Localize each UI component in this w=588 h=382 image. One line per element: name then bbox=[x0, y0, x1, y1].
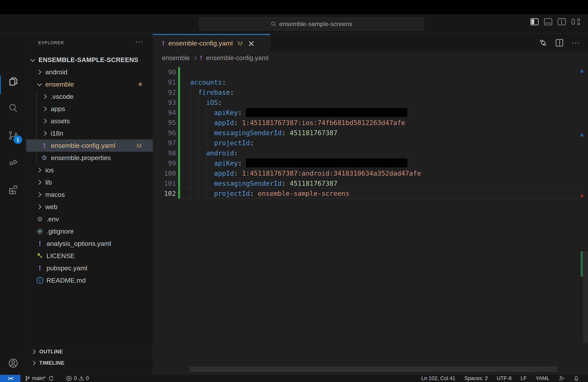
code-line-95[interactable]: 95 appId: 1:451181767387:ios:74fb681bd58… bbox=[153, 118, 588, 128]
tree-item-i18n[interactable]: i18n bbox=[26, 127, 153, 139]
code-line-100[interactable]: 100 appId: 1:451181767387:android:341831… bbox=[153, 168, 588, 178]
tree-item-apps[interactable]: apps bbox=[26, 103, 153, 115]
sidebar-item-source-control[interactable]: 1 bbox=[0, 126, 26, 145]
git-added-gutter bbox=[178, 189, 180, 199]
eol[interactable]: LF bbox=[521, 375, 527, 382]
tree-item-pubspec.yaml[interactable]: !pubspec.yaml bbox=[26, 262, 153, 274]
code-text: projectId: bbox=[190, 138, 254, 148]
line-number: 101 bbox=[153, 178, 176, 189]
breadcrumb-folder[interactable]: ensemble bbox=[162, 54, 190, 62]
tree-item-.env[interactable]: ⚙.env bbox=[26, 213, 153, 225]
breadcrumb-file[interactable]: ensemble-config.yaml bbox=[206, 54, 269, 62]
toggle-panel-icon[interactable] bbox=[544, 18, 552, 25]
tree-item-label: .env bbox=[46, 215, 59, 223]
toggle-secondary-sidebar-icon[interactable] bbox=[558, 18, 566, 25]
account-icon bbox=[8, 358, 19, 369]
account-button[interactable] bbox=[0, 353, 26, 373]
tree-item-label: LICENSE bbox=[46, 252, 75, 260]
command-center-search[interactable]: ensemble-sample-screens bbox=[199, 17, 424, 31]
customize-layout-icon[interactable] bbox=[571, 18, 580, 25]
warning-count: 0 bbox=[86, 375, 89, 382]
code-line-98[interactable]: 98 android: bbox=[153, 148, 588, 158]
code-line-91[interactable]: 91accounts: bbox=[153, 77, 588, 87]
tree-item-label: .gitignore bbox=[46, 228, 74, 235]
sync-icon[interactable] bbox=[48, 376, 54, 382]
code-line-96[interactable]: 96 messagingSenderId: 451181767387 bbox=[153, 128, 588, 138]
tree-item-.vscode[interactable]: .vscode bbox=[26, 90, 153, 103]
redacted-api-key bbox=[246, 159, 407, 168]
chevron-right-icon bbox=[42, 106, 47, 111]
chevron-right-icon bbox=[37, 168, 41, 172]
code-line-94[interactable]: 94 apiKey: bbox=[153, 107, 588, 118]
tree-item-label: ensemble.properties bbox=[51, 154, 111, 162]
git-branch-status[interactable]: main* bbox=[25, 375, 45, 382]
code-text: android: bbox=[190, 148, 238, 158]
git-added-gutter bbox=[178, 168, 180, 178]
outline-panel-header[interactable]: OUTLINE bbox=[26, 346, 153, 357]
encoding[interactable]: UTF-8 bbox=[497, 375, 512, 382]
sidebar-item-explorer[interactable] bbox=[0, 72, 26, 91]
line-number: 97 bbox=[153, 138, 176, 148]
code-line-97[interactable]: 97 projectId: bbox=[153, 138, 588, 148]
code-area[interactable]: 9091accounts:92 firebase:93 iOS:94 apiKe… bbox=[153, 67, 588, 199]
tree-item-ensemble[interactable]: ensemble bbox=[26, 78, 153, 90]
line-number: 98 bbox=[153, 148, 176, 158]
split-editor-icon[interactable] bbox=[556, 39, 563, 46]
explorer-sidebar: EXPLORER ··· ENSEMBLE-SAMPLE-SCREENS and… bbox=[26, 34, 153, 375]
branch-name: main* bbox=[32, 375, 45, 382]
sidebar-item-run-debug[interactable] bbox=[0, 152, 26, 172]
outline-label: OUTLINE bbox=[39, 349, 63, 355]
tree-item-analysis_options.yaml[interactable]: !analysis_options.yaml bbox=[26, 237, 153, 250]
yaml-icon: ! bbox=[36, 239, 44, 248]
tree-item-ensemble-config.yaml[interactable]: !ensemble-config.yamlM bbox=[26, 139, 153, 152]
code-line-92[interactable]: 92 firebase: bbox=[153, 87, 588, 97]
git-added-gutter bbox=[178, 138, 180, 148]
ruler-modified-mark bbox=[581, 134, 583, 137]
layout-controls bbox=[530, 18, 580, 25]
active-indicator bbox=[0, 75, 1, 94]
tree-item-android[interactable]: android bbox=[26, 66, 153, 78]
code-line-93[interactable]: 93 iOS: bbox=[153, 97, 588, 107]
close-icon[interactable]: × bbox=[248, 40, 255, 47]
code-line-101[interactable]: 101 messagingSenderId: 451181767387 bbox=[153, 178, 588, 189]
feedback-person-icon[interactable] bbox=[558, 375, 565, 382]
more-actions-icon[interactable]: ··· bbox=[572, 41, 580, 45]
line-number: 95 bbox=[153, 118, 176, 128]
tree-item-README.md[interactable]: iREADME.md bbox=[26, 274, 153, 287]
sidebar-item-search[interactable] bbox=[0, 99, 26, 118]
code-line-90[interactable]: 90 bbox=[153, 67, 588, 77]
tree-item-assets[interactable]: assets bbox=[26, 115, 153, 127]
tree-item-label: apps bbox=[51, 105, 65, 113]
sidebar-item-extensions[interactable] bbox=[0, 179, 26, 199]
tree-root-ensemble-sample-screens[interactable]: ENSEMBLE-SAMPLE-SCREENS bbox=[26, 55, 153, 64]
tree-item-macos[interactable]: macos bbox=[26, 189, 153, 201]
open-changes-icon[interactable] bbox=[539, 39, 547, 47]
gear-icon: ⚙ bbox=[36, 215, 44, 223]
chevron-right-icon bbox=[31, 361, 36, 365]
problems-status[interactable]: 0 ⚠ 0 bbox=[66, 375, 89, 382]
tree-item-ensemble.properties[interactable]: ⚙ensemble.properties bbox=[26, 152, 153, 164]
horizontal-scrollbar[interactable] bbox=[189, 366, 558, 372]
bell-icon[interactable] bbox=[574, 376, 579, 382]
chevron-right-icon bbox=[37, 204, 41, 209]
explorer-more-actions-icon[interactable]: ··· bbox=[135, 38, 143, 46]
panel-divider bbox=[26, 369, 153, 369]
vertical-scrollbar[interactable] bbox=[583, 251, 588, 343]
tree-item-lib[interactable]: lib bbox=[26, 176, 153, 189]
remote-indicator[interactable]: >< bbox=[0, 375, 21, 382]
tab-ensemble-config-yaml[interactable]: ! ensemble-config.yaml M × bbox=[153, 34, 270, 52]
tree-item-LICENSE[interactable]: LICENSE bbox=[26, 250, 153, 262]
language-mode[interactable]: YAML bbox=[536, 375, 549, 382]
editor-actions: ··· bbox=[539, 34, 580, 52]
code-line-99[interactable]: 99 apiKey: bbox=[153, 158, 588, 168]
tree-item-label: .vscode bbox=[51, 93, 74, 100]
indentation[interactable]: Spaces: 2 bbox=[464, 375, 488, 382]
tree-item-.gitignore[interactable]: .gitignore bbox=[26, 225, 153, 237]
cursor-position[interactable]: Ln 102, Col 41 bbox=[421, 375, 456, 382]
code-line-102[interactable]: 102 projectId: ensemble-sample-screens bbox=[153, 189, 588, 199]
toggle-primary-sidebar-icon[interactable] bbox=[530, 18, 539, 25]
tree-item-ios[interactable]: ios bbox=[26, 164, 153, 176]
tree-item-label: assets bbox=[51, 117, 70, 125]
timeline-panel-header[interactable]: TIMELINE bbox=[26, 357, 153, 369]
tree-item-web[interactable]: web bbox=[26, 201, 153, 213]
